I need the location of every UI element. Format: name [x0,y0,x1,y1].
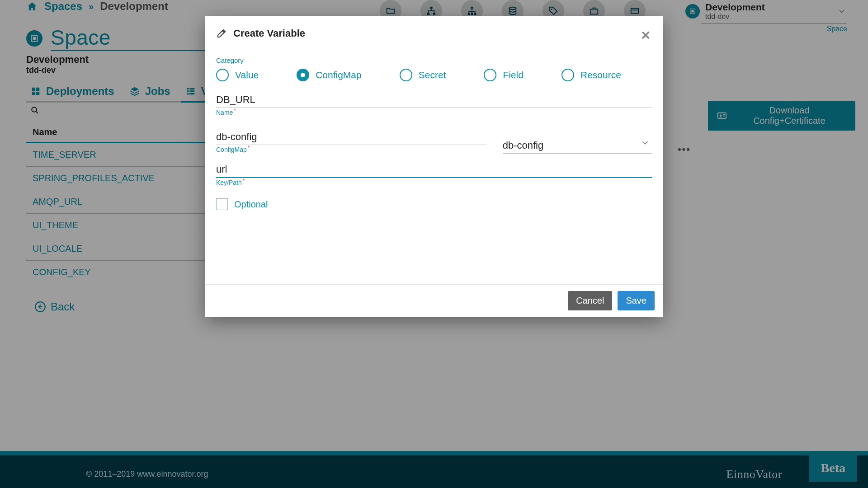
category-radio-resource[interactable]: Resource [561,69,621,81]
modal-title: Create Variable [233,28,305,39]
edit-icon [216,28,227,39]
create-variable-modal: Create Variable × Category ValueConfigMa… [205,16,663,317]
category-radio-field[interactable]: Field [484,69,524,81]
keypath-field-label: Key/Path [216,179,242,186]
required-indicator: * [248,145,250,151]
optional-row[interactable]: Optional [216,198,268,210]
configmap-select-value[interactable] [503,138,652,154]
radio-label: Secret [419,70,446,80]
radio-label: Resource [580,70,621,80]
configmap-input[interactable] [216,129,486,145]
radio-icon [297,69,309,81]
keypath-field: Key/Path* [216,162,652,187]
save-button[interactable]: Save [618,291,655,310]
category-radio-secret[interactable]: Secret [400,69,446,81]
name-field-label: Name [216,109,233,116]
radio-icon [216,69,229,81]
close-icon[interactable]: × [641,24,652,42]
optional-checkbox[interactable] [216,198,228,210]
radio-label: Field [503,70,524,80]
required-indicator: * [243,178,245,184]
radio-icon [400,69,412,81]
keypath-input[interactable] [216,162,652,178]
configmap-field: ConfigMap* [216,129,486,154]
category-radio-configmap[interactable]: ConfigMap [297,69,362,81]
name-field: Name* [216,92,652,117]
category-radios: ValueConfigMapSecretFieldResource [216,69,652,81]
category-label: Category [216,56,652,64]
cancel-button[interactable]: Cancel [568,291,612,310]
optional-label: Optional [234,199,268,210]
chevron-down-icon [640,138,650,148]
name-input[interactable] [216,92,652,108]
radio-icon [484,69,496,81]
radio-label: Value [235,70,259,80]
modal-header: Create Variable × [205,16,663,49]
category-radio-value[interactable]: Value [216,69,259,81]
configmap-field-label: ConfigMap [216,146,247,153]
required-indicator: * [234,108,236,114]
radio-label: ConfigMap [316,70,362,80]
modal-footer: Cancel Save [205,284,663,317]
configmap-select[interactable] [503,138,652,154]
radio-icon [561,69,574,81]
modal-body: Category ValueConfigMapSecretFieldResour… [205,49,663,284]
